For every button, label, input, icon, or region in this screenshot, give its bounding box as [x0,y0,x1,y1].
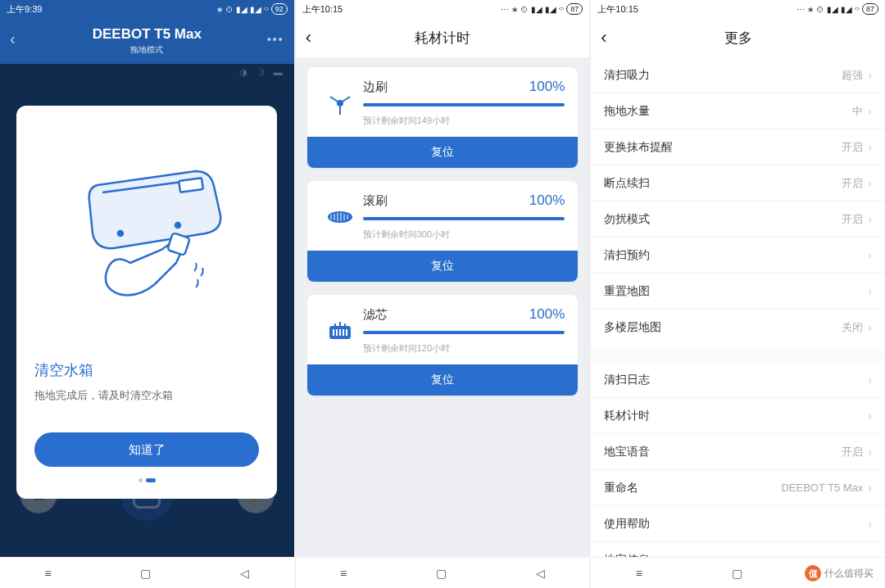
status-bar: 上午10:15 ⋯ ∗ ⏲ ▮◢ ▮◢ ⌔ 87 [591,0,885,18]
settings-value: 关闭› [842,320,872,335]
chevron-right-icon: › [868,105,872,118]
settings-row[interactable]: 重置地图› [591,274,885,310]
consumable-card-filter: 滤芯 100% 预计剩余时间120小时 复位 [307,295,579,396]
back-button[interactable]: ‹ [601,27,606,48]
android-nav-bar: ≡ ▢ ◁ [296,557,590,588]
settings-row[interactable]: 耗材计时› [591,398,885,434]
consumable-name: 边刷 [363,79,388,95]
settings-row[interactable]: 地宝语音开启› [591,434,885,470]
chevron-right-icon: › [868,177,872,190]
dot-active[interactable] [146,478,156,482]
status-bar: 上午9:39 ∗ ⏲ ▮◢ ▮◢ ⌔ 92 [0,0,294,18]
settings-value: › [868,373,872,387]
chevron-right-icon: › [868,409,872,423]
settings-value: › [868,518,872,531]
back-button[interactable]: ‹ [306,27,311,48]
more-button[interactable]: ••• [267,33,284,46]
settings-label: 地宝语音 [604,445,650,459]
settings-label: 耗材计时 [604,409,650,423]
nav-home[interactable]: ▢ [436,567,447,580]
svg-point-3 [175,223,180,228]
settings-label: 重命名 [604,481,638,495]
consumable-percent: 100% [529,306,565,323]
nav-back[interactable]: ◁ [536,567,545,580]
settings-row[interactable]: 清扫日志› [591,362,885,398]
status-icons: ⋯ ∗ ⏲ ▮◢ ▮◢ ⌔ 87 [796,3,878,15]
roll-brush-icon [317,192,363,241]
app-header: ‹ DEEBOT T5 Max 拖地模式 ••• [0,18,294,64]
settings-label: 重置地图 [604,284,650,299]
progress-bar [363,331,565,334]
consumables-body: 边刷 100% 预计剩余时间149小时 复位 滚刷 100% [296,57,590,557]
settings-value: 开启› [842,212,872,227]
page-title: 更多 [724,29,752,47]
chevron-right-icon: › [868,373,872,387]
settings-label: 勿扰模式 [604,212,650,227]
settings-value: 开启› [842,140,872,155]
status-icons: ⋯ ∗ ⏲ ▮◢ ▮◢ ⌔ 87 [501,3,583,15]
confirm-button[interactable]: 知道了 [34,432,259,467]
settings-label: 更换抹布提醒 [604,140,673,155]
consumable-percent: 100% [529,79,565,95]
group-gap [591,346,885,362]
settings-row[interactable]: 勿扰模式开启› [591,201,885,237]
settings-label: 清扫吸力 [604,68,650,83]
chevron-right-icon: › [868,69,872,82]
remaining-time: 预计剩余时间149小时 [363,115,565,127]
phone-screen-3: 上午10:15 ⋯ ∗ ⏲ ▮◢ ▮◢ ⌔ 87 ‹ 更多 清扫吸力超强›拖地水… [591,0,885,588]
consumable-card-roll-brush: 滚刷 100% 预计剩余时间300小时 复位 [307,181,579,282]
nav-menu[interactable]: ≡ [44,567,51,580]
more-dots-icon: ⋯ [501,5,509,14]
settings-row[interactable]: 多楼层地图关闭› [591,310,885,346]
settings-row[interactable]: 使用帮助› [591,506,885,542]
settings-row[interactable]: 重命名DEEBOT T5 Max› [591,470,885,506]
reset-button[interactable]: 复位 [307,137,579,168]
watermark-text: 什么值得买 [824,567,874,581]
water-tank-illustration [34,122,259,354]
page-dots [34,478,259,482]
chevron-right-icon: › [868,446,872,459]
status-time: 上午9:39 [7,3,42,16]
bluetooth-icon: ∗ [807,5,814,14]
settings-value: 开启› [842,445,872,459]
watermark-badge-icon: 值 [805,565,821,581]
modal-desc: 拖地完成后，请及时清空水箱 [34,388,259,403]
chevron-right-icon: › [868,285,872,298]
nav-home[interactable]: ▢ [732,567,742,580]
phone-screen-2: 上午10:15 ⋯ ∗ ⏲ ▮◢ ▮◢ ⌔ 87 ‹ 耗材计时 边刷 100 [296,0,590,588]
phone-screen-1: 上午9:39 ∗ ⏲ ▮◢ ▮◢ ⌔ 92 ‹ DEEBOT T5 Max 拖地… [0,0,294,588]
settings-label: 清扫预约 [604,248,650,263]
wifi-icon: ⌔ [855,5,860,14]
settings-body: 清扫吸力超强›拖地水量中›更换抹布提醒开启›断点续扫开启›勿扰模式开启›清扫预约… [591,57,885,557]
signal-icon: ▮◢ [531,5,542,14]
nav-back[interactable]: ◁ [240,567,249,580]
tip-card: 清空水箱 拖地完成后，请及时清空水箱 知道了 [16,106,277,499]
chevron-right-icon: › [868,482,872,495]
nav-menu[interactable]: ≡ [636,567,642,580]
settings-label: 多楼层地图 [604,320,661,335]
settings-row[interactable]: 拖地水量中› [591,93,885,129]
settings-label: 清扫日志 [604,373,650,387]
nav-menu[interactable]: ≡ [340,567,347,580]
remaining-time: 预计剩余时间300小时 [363,228,565,241]
alarm-icon: ⏲ [520,5,529,14]
back-button[interactable]: ‹ [10,29,16,48]
filter-icon [317,306,363,355]
settings-label: 断点续扫 [604,176,650,191]
battery-indicator: 87 [862,3,878,15]
nav-home[interactable]: ▢ [140,567,151,580]
consumable-card-side-brush: 边刷 100% 预计剩余时间149小时 复位 [307,67,579,168]
settings-row[interactable]: 更换抹布提醒开启› [591,129,885,165]
settings-row[interactable]: 清扫吸力超强› [591,57,885,93]
settings-row[interactable]: 清扫预约› [591,237,885,274]
device-mode: 拖地模式 [130,44,163,56]
page-header: ‹ 更多 [591,18,885,57]
reset-button[interactable]: 复位 [307,364,579,396]
chevron-right-icon: › [868,141,872,154]
settings-value: › [868,285,872,298]
watermark: 值 什么值得买 [800,563,878,583]
settings-row[interactable]: 地宝信息› [591,542,885,557]
dot[interactable] [138,478,143,482]
settings-row[interactable]: 断点续扫开启› [591,165,885,201]
reset-button[interactable]: 复位 [307,251,579,282]
